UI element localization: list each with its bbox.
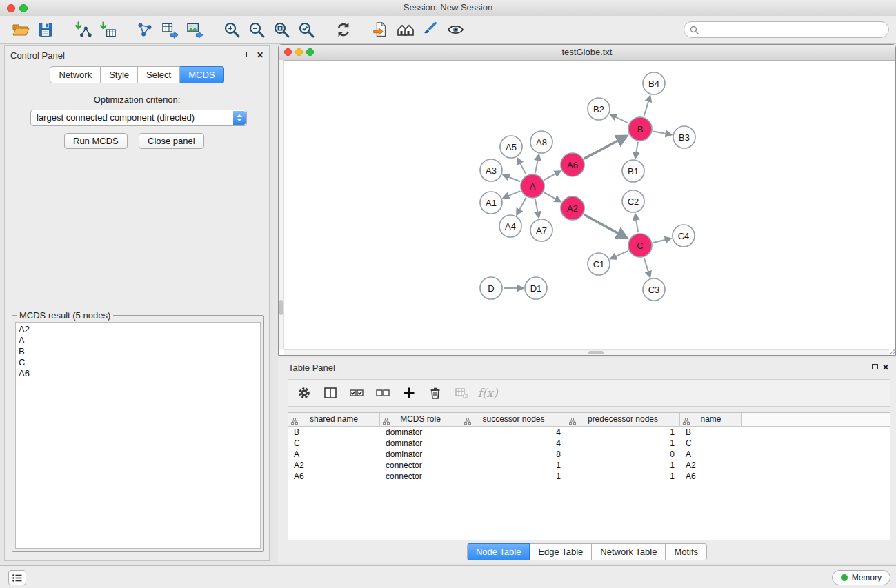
show-columns-button[interactable] [320, 383, 341, 403]
graph-edge-C-C3[interactable] [644, 258, 650, 276]
export-image-button[interactable] [182, 19, 207, 41]
float-panel-icon[interactable] [246, 52, 252, 57]
graph-edge-A-A5[interactable] [518, 159, 526, 175]
graph-node-A1[interactable]: A1 [480, 192, 502, 214]
graph-edge-A-A7[interactable] [535, 199, 539, 217]
graph-node-C4[interactable]: C4 [673, 225, 695, 247]
resize-grip-icon[interactable] [889, 349, 895, 355]
graph-node-B1[interactable]: B1 [622, 160, 644, 182]
select-all-button[interactable] [346, 383, 367, 403]
graph-edge-A-A6[interactable] [544, 172, 560, 180]
export-table-button[interactable] [157, 19, 182, 41]
graph-edge-A-A8[interactable] [535, 156, 539, 174]
task-history-button[interactable] [8, 570, 26, 585]
refresh-button[interactable] [331, 19, 356, 41]
network-zoom-button[interactable] [306, 48, 314, 56]
graph-edge-B-B3[interactable] [653, 132, 671, 135]
delete-row-button[interactable] [425, 383, 446, 403]
graph-node-D1[interactable]: D1 [525, 277, 547, 299]
table-settings-button[interactable] [294, 383, 315, 403]
graph-node-C2[interactable]: C2 [622, 190, 644, 212]
zoom-fit-button[interactable] [269, 19, 294, 41]
graph-node-B4[interactable]: B4 [643, 72, 665, 94]
tab-edge-table[interactable]: Edge Table [530, 543, 592, 560]
horizontal-scrollbar[interactable] [284, 349, 889, 355]
graph-edge-B-B1[interactable] [635, 142, 638, 158]
column-header-successor-nodes[interactable]: successor nodes [461, 413, 566, 426]
clear-table-button[interactable] [451, 383, 472, 403]
graph-edge-A-A1[interactable] [504, 191, 521, 198]
table-row[interactable]: A2connector11A2 [288, 460, 890, 471]
table-row[interactable]: Adominator80A [288, 449, 890, 460]
zoom-window-button[interactable] [19, 4, 28, 12]
graph-node-C[interactable]: C [628, 234, 652, 257]
new-network-button[interactable] [132, 19, 157, 41]
graph-node-C3[interactable]: C3 [643, 278, 665, 301]
graph-node-C1[interactable]: C1 [588, 253, 610, 275]
float-panel-icon[interactable] [872, 364, 878, 369]
tab-network[interactable]: Network [50, 66, 101, 83]
graph-edge-A2-C[interactable] [584, 214, 626, 237]
tab-node-table[interactable]: Node Table [467, 543, 530, 560]
import-network-button[interactable] [70, 19, 95, 41]
tab-mcds[interactable]: MCDS [180, 66, 223, 83]
search-box[interactable] [684, 21, 889, 38]
first-neighbors-button[interactable] [368, 19, 393, 41]
import-table-button[interactable] [95, 19, 120, 41]
add-row-button[interactable] [399, 383, 419, 403]
mcds-result-item[interactable]: C [19, 357, 257, 368]
mcds-result-list[interactable]: A2ABCA6 [15, 322, 261, 549]
close-panel-button[interactable]: Close panel [139, 133, 204, 149]
horizontal-scroll-thumb[interactable] [588, 351, 604, 354]
graph-edge-A-A4[interactable] [517, 198, 526, 214]
graph-node-D[interactable]: D [480, 277, 502, 299]
graph-node-A2[interactable]: A2 [561, 196, 584, 220]
save-session-button[interactable] [33, 19, 58, 41]
show-hide-button[interactable] [443, 19, 468, 41]
graph-edge-B-B4[interactable] [644, 97, 650, 116]
column-header-predecessor-nodes[interactable]: predecessor nodes [566, 413, 680, 426]
tab-network-table[interactable]: Network Table [592, 543, 666, 560]
graph-node-A[interactable]: A [521, 174, 544, 198]
graph-node-B[interactable]: B [628, 117, 652, 141]
vertical-scrollbar[interactable] [279, 60, 284, 349]
search-input[interactable] [702, 24, 883, 35]
mcds-result-item[interactable]: A [19, 335, 257, 346]
network-window-titlebar[interactable]: testGlobe.txt [279, 45, 895, 61]
column-header-shared-name[interactable]: shared name [288, 413, 380, 426]
column-header-name[interactable]: name [680, 413, 742, 426]
close-panel-icon[interactable]: ✕ [257, 51, 263, 59]
graph-node-A5[interactable]: A5 [500, 136, 522, 158]
vertical-scroll-thumb[interactable] [279, 300, 283, 315]
zoom-in-button[interactable] [219, 19, 244, 41]
close-window-button[interactable] [7, 4, 15, 12]
tab-style[interactable]: Style [101, 66, 138, 83]
graph-node-A8[interactable]: A8 [530, 131, 552, 153]
tab-select[interactable]: Select [138, 66, 180, 83]
mcds-result-item[interactable]: A2 [19, 324, 257, 335]
deselect-all-button[interactable] [372, 383, 393, 403]
graph-edge-B-B2[interactable] [611, 115, 628, 123]
column-header-mcds-role[interactable]: MCDS role [380, 413, 461, 426]
table-row[interactable]: A6connector11A6 [288, 471, 890, 482]
graph-edge-C-C2[interactable] [635, 215, 638, 232]
overview-button[interactable] [393, 19, 418, 41]
network-graph-svg[interactable]: B4B2BB3A5A8A6A3B1AC2A1A2A4A7C4CC1C3DD1 [284, 60, 895, 350]
graph-node-A4[interactable]: A4 [499, 215, 521, 237]
graph-edge-A-A3[interactable] [504, 175, 521, 181]
style-button[interactable] [418, 19, 443, 41]
optimization-criterion-select[interactable]: largest connected component (directed) [30, 110, 247, 126]
function-builder-button[interactable]: f(x) [477, 383, 498, 403]
graph-edge-C-C1[interactable] [611, 251, 628, 258]
open-session-button[interactable] [8, 19, 33, 41]
mcds-result-item[interactable]: A6 [19, 368, 257, 379]
graph-edge-A-A2[interactable] [544, 192, 560, 201]
table-row[interactable]: Bdominator41B [288, 427, 890, 438]
zoom-selected-button[interactable] [294, 19, 319, 41]
memory-button[interactable]: Memory [832, 570, 890, 585]
tab-motifs[interactable]: Motifs [666, 543, 707, 560]
graph-node-A6[interactable]: A6 [561, 153, 584, 176]
graph-edge-A6-B[interactable] [584, 136, 626, 159]
graph-node-B3[interactable]: B3 [673, 126, 695, 148]
network-minimize-button[interactable] [295, 48, 303, 56]
